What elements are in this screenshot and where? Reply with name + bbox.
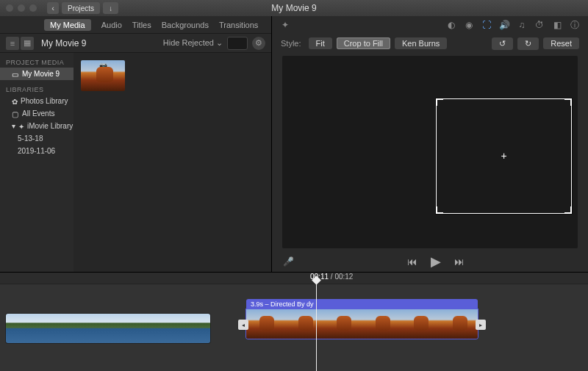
nav-back-button[interactable]: ‹ <box>47 2 59 14</box>
film-icon: ▭ <box>12 71 19 78</box>
library-sidebar: PROJECT MEDIA ▭My Movie 9 LIBRARIES ✿Pho… <box>0 53 74 272</box>
projects-button[interactable]: Projects <box>62 2 100 14</box>
photos-icon: ✿ <box>12 98 18 105</box>
crop-toolbar: Style: Fit Crop to Fill Ken Burns ↺ ↻ Re… <box>272 34 588 53</box>
volume-icon[interactable]: 🔊 <box>498 19 510 31</box>
browser-toolbar: ≡ ▦ My Movie 9 Hide Rejected ⌄ ⚙ <box>0 34 271 53</box>
sidebar-header: LIBRARIES <box>0 84 74 95</box>
sidebar-item-photos[interactable]: ✿Photos Library <box>0 95 74 107</box>
clip-filter-icon[interactable]: ◧ <box>551 19 563 31</box>
timeline-tracks[interactable]: 3.9s – Directed By dy ◂ ▸ <box>0 284 588 371</box>
star-icon: ✦ <box>18 123 24 130</box>
media-browser[interactable]: 📷 <box>74 53 271 272</box>
browser-title: My Movie 9 <box>41 38 86 48</box>
mic-icon[interactable]: 🎤 <box>282 256 294 267</box>
playhead[interactable] <box>316 280 317 371</box>
tab-transitions[interactable]: Transitions <box>219 21 258 29</box>
color-icon[interactable]: ◉ <box>463 19 475 31</box>
next-button[interactable]: ⏭ <box>454 256 465 267</box>
traffic-lights <box>6 4 37 12</box>
reset-button[interactable]: Reset <box>543 37 579 49</box>
timeline-clip[interactable] <box>6 314 210 343</box>
crop-icon[interactable]: ⛶ <box>481 19 492 31</box>
tab-my-media[interactable]: My Media <box>44 19 91 31</box>
minimize-window-icon[interactable] <box>18 4 25 12</box>
info-icon[interactable]: ⓘ <box>569 19 581 31</box>
settings-gear-icon[interactable]: ⚙ <box>252 37 265 50</box>
list-view-button[interactable]: ≡ <box>6 37 19 50</box>
crop-handle-tr[interactable] <box>564 98 572 106</box>
clip-trim-handle-right[interactable]: ▸ <box>476 320 486 330</box>
zoom-window-icon[interactable] <box>29 4 37 12</box>
crop-rectangle[interactable]: + <box>436 98 572 214</box>
disclosure-icon: ▾ <box>12 122 15 130</box>
noise-icon[interactable]: ♫ <box>516 19 528 31</box>
play-button[interactable]: ▶ <box>431 253 441 270</box>
crop-handle-bl[interactable] <box>436 206 443 214</box>
sidebar-item-event[interactable]: 5-13-18 <box>0 132 74 145</box>
clip-trim-handle-left[interactable]: ◂ <box>238 320 248 330</box>
crop-to-fill-button[interactable]: Crop to Fill <box>337 37 390 49</box>
timeline-panel: 00:11 / 00:12 3.9s – Directed By dy ◂ ▸ <box>0 272 588 371</box>
library-panel: My Media Audio Titles Backgrounds Transi… <box>0 16 272 272</box>
style-label: Style: <box>281 39 301 48</box>
tab-backgrounds[interactable]: Backgrounds <box>162 21 209 29</box>
window-title: My Movie 9 <box>271 3 316 13</box>
timeline-ruler[interactable]: 00:11 / 00:12 <box>0 273 588 284</box>
balance-icon[interactable]: ◐ <box>445 19 457 31</box>
tab-audio[interactable]: Audio <box>101 21 122 29</box>
clip-title-bar[interactable]: 3.9s – Directed By dy <box>246 299 478 309</box>
window-titlebar: ‹ Projects ↓ My Movie 9 <box>0 0 588 16</box>
sidebar-header: PROJECT MEDIA <box>0 57 74 68</box>
timeline-clip-selected[interactable]: 3.9s – Directed By dy <box>246 299 478 339</box>
viewer-panel: ✦ ◐ ◉ ⛶ 🔊 ♫ ⏱ ◧ ⓘ Style: Fit Crop to Fil… <box>272 16 588 272</box>
square-icon: ▢ <box>12 110 19 118</box>
search-input[interactable] <box>227 37 248 50</box>
prev-button[interactable]: ⏮ <box>407 256 417 267</box>
ken-burns-button[interactable]: Ken Burns <box>395 37 447 49</box>
sidebar-item-all-events[interactable]: ▢All Events <box>0 107 74 120</box>
grid-view-button[interactable]: ▦ <box>21 37 34 50</box>
preview-viewer[interactable]: + <box>282 56 578 248</box>
import-button[interactable]: ↓ <box>103 2 118 14</box>
close-window-icon[interactable] <box>6 4 13 12</box>
crop-handle-tl[interactable] <box>436 98 443 106</box>
filter-dropdown[interactable]: Hide Rejected ⌄ <box>163 38 223 48</box>
crop-center-icon: + <box>501 150 506 162</box>
sidebar-item-project[interactable]: ▭My Movie 9 <box>0 68 74 80</box>
library-tabs: My Media Audio Titles Backgrounds Transi… <box>0 16 271 34</box>
tab-titles[interactable]: Titles <box>132 21 151 29</box>
sidebar-item-event[interactable]: 2019-11-06 <box>0 145 74 157</box>
crop-fit-button[interactable]: Fit <box>309 37 332 49</box>
sidebar-item-imovie-library[interactable]: ▾✦iMovie Library <box>0 120 74 132</box>
wand-icon[interactable]: ✦ <box>279 19 291 31</box>
rotate-right-button[interactable]: ↻ <box>517 37 539 50</box>
speed-icon[interactable]: ⏱ <box>534 19 545 31</box>
camera-icon: 📷 <box>99 62 107 69</box>
media-clip-thumbnail[interactable]: 📷 <box>81 60 125 91</box>
transport-bar: 🎤 ⏮ ▶ ⏭ <box>272 251 588 272</box>
rotate-left-button[interactable]: ↺ <box>492 37 513 50</box>
crop-handle-br[interactable] <box>564 206 572 214</box>
adjustment-toolbar: ✦ ◐ ◉ ⛶ 🔊 ♫ ⏱ ◧ ⓘ <box>272 16 588 34</box>
